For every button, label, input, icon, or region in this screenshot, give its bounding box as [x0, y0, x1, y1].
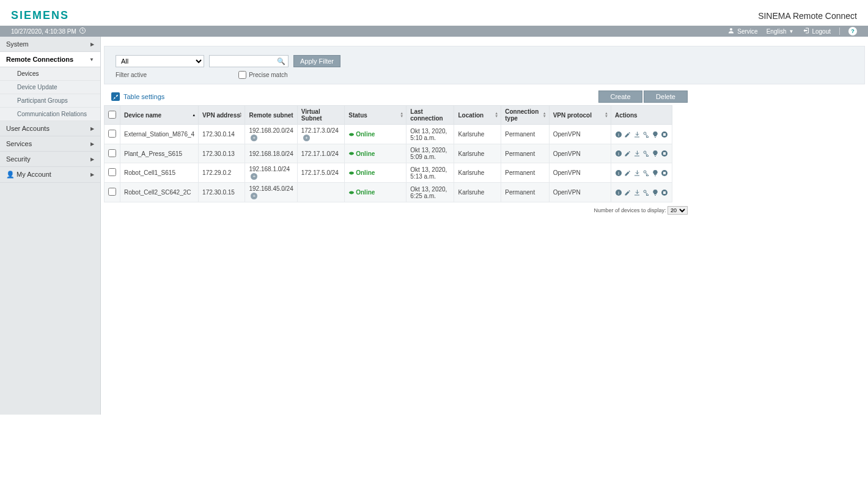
logout-link[interactable]: Logout: [802, 27, 831, 35]
key-icon[interactable]: [642, 169, 650, 177]
table-row: Robot_Cell2_SC642_2C172.30.0.15192.168.4…: [105, 183, 672, 202]
cell-vpn-protocol: OpenVPN: [549, 125, 611, 144]
cell-connection-type: Permanent: [501, 144, 549, 163]
precise-match-checkbox[interactable]: [238, 71, 246, 79]
search-icon[interactable]: 🔍: [277, 57, 285, 65]
timestamp: 10/27/2020, 4:10:38 PM: [11, 28, 76, 35]
sidebar-item-user-accounts[interactable]: User Accounts▶: [0, 121, 100, 136]
online-icon: [348, 150, 355, 157]
devices-table: Device name ▲ VPN address ▲▼ Remote subn…: [104, 105, 672, 202]
cell-connection-type: Permanent: [501, 163, 549, 183]
col-checkbox: [105, 106, 120, 125]
sidebar-item-label: Security: [6, 155, 31, 163]
row-checkbox[interactable]: [108, 168, 116, 176]
edit-icon[interactable]: [624, 169, 631, 177]
expand-icon[interactable]: +: [251, 193, 257, 199]
logout-icon: [802, 27, 809, 35]
expand-icon[interactable]: +: [251, 135, 257, 141]
bulb-icon[interactable]: [652, 150, 659, 157]
cell-location: Karlsruhe: [454, 125, 501, 144]
cell-last-connection: Okt 13, 2020, 5:09 a.m.: [406, 144, 454, 163]
edit-icon[interactable]: [624, 131, 631, 138]
sidebar-subitem-devices[interactable]: Devices: [0, 67, 100, 81]
sidebar-item-label: Services: [6, 140, 32, 147]
cell-device-name[interactable]: Robot_Cell2_SC642_2C: [120, 183, 199, 202]
service-link[interactable]: Service: [727, 27, 757, 35]
table-row: Plant_A_Press_S615172.30.0.13192.168.18.…: [105, 144, 672, 163]
key-icon[interactable]: [642, 131, 650, 138]
download-icon[interactable]: [633, 189, 641, 196]
col-vpn-protocol[interactable]: VPN protocol ▲▼: [549, 106, 611, 125]
sidebar-item-services[interactable]: Services▶: [0, 136, 100, 152]
info-icon[interactable]: i: [615, 189, 622, 196]
sidebar-item-my-account[interactable]: 👤 My Account▶: [0, 167, 100, 183]
key-icon[interactable]: [642, 150, 650, 157]
chevron-down-icon: ▼: [789, 29, 793, 34]
table-settings-link[interactable]: Table settings: [104, 92, 164, 101]
cell-vpn-address: 172.30.0.14: [199, 125, 245, 144]
svg-rect-6: [663, 133, 666, 136]
sidebar-subitem-participant-groups[interactable]: Participant Groups: [0, 94, 100, 108]
select-all-checkbox[interactable]: [108, 111, 116, 119]
delete-button[interactable]: Delete: [644, 91, 688, 103]
sidebar-subitem-device-update[interactable]: Device Update: [0, 81, 100, 94]
download-icon[interactable]: [633, 169, 641, 177]
sidebar-item-label: System: [6, 40, 29, 48]
sidebar-subitem-communication-relations[interactable]: Communication Relations: [0, 108, 100, 121]
help-icon[interactable]: ?: [848, 27, 857, 35]
cell-device-name[interactable]: External_Station_M876_4: [120, 125, 199, 144]
info-icon[interactable]: i: [615, 169, 622, 177]
expand-icon[interactable]: +: [303, 135, 310, 141]
filter-dropdown[interactable]: All: [116, 55, 204, 67]
stop-icon[interactable]: [661, 131, 668, 138]
info-icon[interactable]: i: [615, 150, 622, 157]
col-device-name[interactable]: Device name ▲: [120, 106, 199, 125]
sidebar-item-system[interactable]: System▶: [0, 37, 100, 52]
svg-rect-16: [663, 172, 666, 174]
bulb-icon[interactable]: [652, 131, 659, 138]
key-icon[interactable]: [642, 189, 650, 196]
col-vpn-address[interactable]: VPN address ▲▼: [199, 106, 245, 125]
info-icon[interactable]: i: [615, 131, 622, 138]
precise-match-toggle[interactable]: Precise match: [238, 71, 287, 79]
download-icon[interactable]: [633, 150, 641, 157]
service-label: Service: [737, 28, 757, 35]
cell-virtual-subnet: 172.17.5.0/24: [297, 163, 344, 183]
sidebar-item-label: 👤 My Account: [6, 171, 51, 179]
col-location[interactable]: Location ▲▼: [454, 106, 501, 125]
expand-icon[interactable]: +: [251, 173, 257, 180]
cell-vpn-protocol: OpenVPN: [549, 183, 611, 202]
apply-filter-button[interactable]: Apply Filter: [293, 55, 340, 67]
col-status[interactable]: Status ▲▼: [345, 106, 406, 125]
cell-vpn-address: 172.30.0.13: [199, 144, 245, 163]
cell-actions: i: [611, 183, 672, 202]
edit-icon[interactable]: [624, 189, 631, 196]
cell-virtual-subnet: 172.17.3.0/24 +: [297, 125, 344, 144]
bulb-icon[interactable]: [652, 169, 659, 177]
stop-icon[interactable]: [661, 189, 668, 196]
row-checkbox[interactable]: [108, 130, 116, 138]
row-checkbox[interactable]: [108, 149, 116, 157]
cell-remote-subnet: 192.168.18.0/24: [245, 144, 297, 163]
sidebar-item-security[interactable]: Security▶: [0, 152, 100, 167]
cell-last-connection: Okt 13, 2020, 5:10 a.m.: [406, 125, 454, 144]
stop-icon[interactable]: [661, 169, 668, 177]
create-button[interactable]: Create: [598, 91, 642, 103]
cell-device-name[interactable]: Robot_Cell1_S615: [120, 163, 199, 183]
row-checkbox[interactable]: [108, 188, 116, 196]
pager-select[interactable]: 20: [668, 206, 688, 215]
edit-icon[interactable]: [624, 150, 631, 157]
cell-device-name[interactable]: Plant_A_Press_S615: [120, 144, 199, 163]
filter-search-input[interactable]: [212, 57, 277, 65]
bulb-icon[interactable]: [652, 189, 659, 196]
download-icon[interactable]: [633, 131, 641, 138]
online-icon: [348, 131, 355, 138]
sidebar-item-remote-connections[interactable]: Remote Connections▼: [0, 52, 100, 67]
sidebar-item-label: Remote Connections: [6, 56, 73, 63]
col-connection-type[interactable]: Connection type ▲▼: [501, 106, 549, 125]
cell-remote-subnet: 192.168.45.0/24 +: [245, 183, 297, 202]
cell-vpn-protocol: OpenVPN: [549, 163, 611, 183]
language-select[interactable]: English ▼: [767, 28, 794, 35]
filter-active-label: Filter active: [116, 72, 147, 78]
stop-icon[interactable]: [661, 150, 668, 157]
